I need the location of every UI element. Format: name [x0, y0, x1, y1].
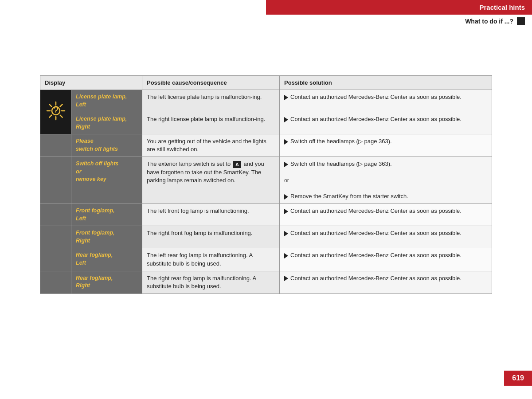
- empty-icon-cell-6: [40, 226, 71, 248]
- table-row: Pleaseswitch off lights You are getting …: [40, 134, 492, 157]
- bullet-triangle-6: [284, 231, 288, 236]
- header-area: Practical hints What to do if ...?: [266, 0, 532, 28]
- practical-hints-title: Practical hints: [479, 4, 525, 11]
- table-header-row: Display Possible cause/consequence Possi…: [40, 76, 492, 90]
- svg-line-5: [49, 104, 51, 106]
- table-row: License plate lamp,Right The right licen…: [40, 112, 492, 134]
- table-row: Front foglamp,Left The left front fog la…: [40, 204, 492, 226]
- display-text-2: License plate lamp,Right: [71, 112, 142, 134]
- cause-6: The right front fog lamp is malfunctioni…: [142, 226, 280, 248]
- bullet-triangle-2: [284, 117, 288, 122]
- cause-8: The right rear fog lamp is malfunctionin…: [142, 271, 280, 293]
- icon-cell: [40, 90, 71, 134]
- cause-2: The right license plate lamp is malfunct…: [142, 112, 280, 134]
- main-table: Display Possible cause/consequence Possi…: [40, 75, 492, 294]
- practical-hints-bar: Practical hints: [266, 0, 532, 15]
- page-number-text: 619: [512, 374, 524, 382]
- empty-icon-cell-7: [40, 248, 71, 271]
- bullet-triangle-4b: [284, 194, 288, 200]
- letter-a-badge: A: [233, 161, 241, 168]
- cause-3: You are getting out of the vehicle and t…: [142, 134, 280, 157]
- svg-line-6: [60, 115, 62, 117]
- display-text-7: Rear foglamp,Left: [71, 248, 142, 271]
- cause-5: The left front fog lamp is malfunctionin…: [142, 204, 280, 226]
- display-text-5: Front foglamp,Left: [71, 204, 142, 226]
- bullet-triangle-4a: [284, 162, 288, 167]
- bullet-triangle-7: [284, 253, 288, 258]
- table-row: Switch off lightsorremove key The exteri…: [40, 157, 492, 204]
- page-number: 619: [504, 371, 532, 386]
- empty-icon-cell-8: [40, 271, 71, 293]
- svg-line-8: [49, 115, 51, 117]
- table-row: License plate lamp,Left The left license…: [40, 90, 492, 112]
- main-content: Display Possible cause/consequence Possi…: [40, 75, 492, 294]
- empty-icon-cell-4: [40, 157, 71, 204]
- bullet-triangle-3: [284, 139, 288, 145]
- solution-2: Contact an authorized Mercedes-Benz Cent…: [280, 112, 492, 134]
- cause-1: The left license plate lamp is malfuncti…: [142, 90, 280, 112]
- display-text-8: Rear foglamp,Right: [71, 271, 142, 293]
- empty-icon-cell-5: [40, 204, 71, 226]
- solution-7: Contact an authorized Mercedes-Benz Cent…: [280, 248, 492, 271]
- what-to-do-bar: What to do if ...?: [266, 15, 532, 28]
- table-row: Rear foglamp,Left The left rear fog lamp…: [40, 248, 492, 271]
- col-solution: Possible solution: [280, 76, 492, 90]
- or-label: or: [284, 176, 289, 184]
- bullet-triangle-8: [284, 276, 288, 281]
- cause-4: The exterior lamp switch is set to A and…: [142, 157, 280, 204]
- bullet-triangle-5: [284, 209, 288, 214]
- what-to-do-title: What to do if ...?: [465, 18, 513, 25]
- solution-6: Contact an authorized Mercedes-Benz Cent…: [280, 226, 492, 248]
- empty-icon-cell-3: [40, 134, 71, 157]
- col-cause: Possible cause/consequence: [142, 76, 280, 90]
- solution-3: Switch off the headlamps (▷ page 363).: [280, 134, 492, 157]
- table-row: Rear foglamp,Right The right rear fog la…: [40, 271, 492, 293]
- display-text-3: Pleaseswitch off lights: [71, 134, 142, 157]
- solution-4: Switch off the headlamps (▷ page 363). o…: [280, 157, 492, 204]
- col-display: Display: [40, 76, 142, 90]
- solution-1: Contact an authorized Mercedes-Benz Cent…: [280, 90, 492, 112]
- table-row: Front foglamp,Right The right front fog …: [40, 226, 492, 248]
- black-square-icon: [517, 17, 525, 25]
- display-text-4: Switch off lightsorremove key: [71, 157, 142, 204]
- display-text-1: License plate lamp,Left: [71, 90, 142, 112]
- bullet-triangle-1: [284, 95, 288, 100]
- cause-7: The left rear fog lamp is malfunctioning…: [142, 248, 280, 271]
- solution-5: Contact an authorized Mercedes-Benz Cent…: [280, 204, 492, 226]
- svg-line-7: [60, 104, 62, 106]
- solution-8: Contact an authorized Mercedes-Benz Cent…: [280, 271, 492, 293]
- svg-point-9: [55, 117, 56, 118]
- display-text-6: Front foglamp,Right: [71, 226, 142, 248]
- lamp-icon: [45, 100, 66, 121]
